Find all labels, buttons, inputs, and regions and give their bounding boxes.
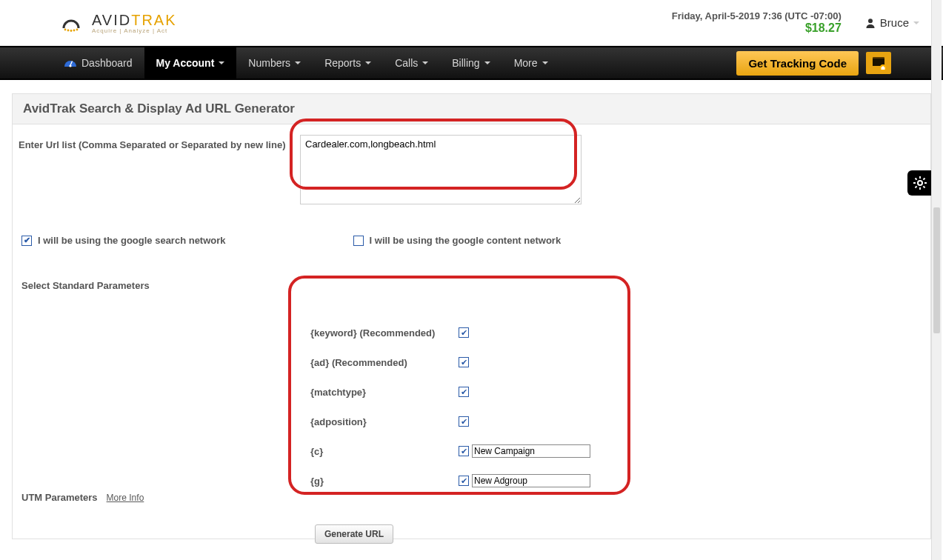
param-matchtype-checkbox[interactable]: ✔ — [459, 387, 469, 397]
get-tracking-code-button[interactable]: Get Tracking Code — [736, 51, 859, 76]
param-ad-label: {ad} (Recommended) — [310, 357, 459, 368]
chevron-down-icon — [219, 61, 224, 64]
app-header: AVIDTRAK Acquire | Analyze | Act Friday,… — [0, 0, 943, 46]
svg-point-2 — [70, 30, 73, 32]
param-c-checkbox[interactable]: ✔ — [459, 446, 469, 456]
page-title: AvidTrak Search & Display Ad URL Generat… — [12, 93, 931, 124]
brand-logo[interactable]: AVIDTRAK Acquire | Analyze | Act — [18, 12, 177, 34]
google-search-label: I will be using the google search networ… — [38, 235, 226, 246]
svg-point-0 — [64, 28, 67, 30]
url-list-input[interactable] — [300, 135, 582, 204]
svg-point-11 — [918, 181, 922, 185]
page-content: AvidTrak Search & Display Ad URL Generat… — [0, 80, 943, 539]
svg-point-4 — [76, 28, 79, 30]
param-g-label: {g} — [310, 476, 459, 487]
svg-line-19 — [923, 179, 924, 180]
nav-numbers[interactable]: Numbers — [236, 47, 313, 79]
home-icon — [870, 56, 887, 70]
svg-point-5 — [868, 19, 873, 23]
google-search-checkbox[interactable]: ✔ I will be using the google search netw… — [21, 235, 226, 246]
checkbox-icon: ✔ — [21, 236, 32, 246]
header-date: Friday, April-5-2019 7:36 (UTC -07:00) — [672, 10, 842, 21]
checkbox-icon — [353, 236, 364, 246]
nav-dashboard[interactable]: Dashboard — [52, 47, 144, 79]
nav-reports[interactable]: Reports — [313, 47, 383, 79]
chevron-down-icon — [422, 61, 428, 64]
svg-point-1 — [67, 29, 70, 31]
utm-more-info-link[interactable]: More Info — [107, 493, 144, 503]
gear-icon — [913, 176, 927, 190]
chevron-down-icon — [295, 61, 301, 64]
param-matchtype-label: {matchtype} — [310, 387, 459, 398]
page-scrollbar[interactable] — [931, 0, 942, 560]
svg-point-3 — [73, 29, 76, 31]
nav-more[interactable]: More — [502, 47, 560, 79]
home-icon-button[interactable] — [866, 52, 891, 74]
url-list-label: Enter Url list (Comma Separated or Separ… — [19, 135, 300, 150]
utm-params-label: UTM Parameters — [21, 492, 98, 503]
google-content-checkbox[interactable]: I will be using the google content netwo… — [353, 235, 562, 246]
svg-line-16 — [916, 179, 917, 180]
header-status: Friday, April-5-2019 7:36 (UTC -07:00) $… — [672, 10, 842, 35]
param-c-input[interactable] — [472, 444, 590, 458]
user-icon — [865, 18, 876, 28]
chevron-down-icon — [542, 61, 548, 64]
dashboard-icon — [64, 58, 77, 68]
param-c-label: {c} — [310, 446, 459, 457]
svg-line-18 — [916, 186, 917, 187]
svg-line-17 — [923, 186, 924, 187]
param-keyword-checkbox[interactable]: ✔ — [459, 327, 469, 338]
param-adposition-label: {adposition} — [310, 416, 459, 427]
user-menu[interactable]: Bruce — [859, 13, 925, 32]
chevron-down-icon — [913, 21, 919, 24]
header-balance: $18.27 — [672, 21, 842, 35]
nav-my-account[interactable]: My Account — [144, 47, 237, 79]
generate-url-button[interactable]: Generate URL — [315, 524, 393, 544]
params-grid: {keyword} (Recommended) ✔ {ad} (Recommen… — [19, 291, 924, 510]
google-content-label: I will be using the google content netwo… — [370, 235, 562, 246]
param-ad-checkbox[interactable]: ✔ — [459, 357, 469, 367]
logo-mark-icon — [59, 12, 89, 34]
nav-calls[interactable]: Calls — [383, 47, 440, 79]
form-panel: Enter Url list (Comma Separated or Separ… — [12, 124, 931, 539]
param-g-input[interactable] — [472, 474, 590, 487]
param-g-checkbox[interactable]: ✔ — [459, 476, 469, 486]
chevron-down-icon — [484, 61, 490, 64]
settings-tab-button[interactable] — [907, 170, 933, 196]
param-adposition-checkbox[interactable]: ✔ — [459, 416, 469, 427]
user-name: Bruce — [880, 16, 909, 29]
param-keyword-label: {keyword} (Recommended) — [310, 327, 459, 339]
chevron-down-icon — [365, 61, 371, 64]
scrollbar-thumb[interactable] — [933, 207, 940, 333]
standard-params-label: Select Standard Parameters — [19, 252, 924, 291]
nav-billing[interactable]: Billing — [440, 47, 502, 79]
logo-text: AVIDTRAK Acquire | Analyze | Act — [92, 12, 177, 34]
main-nav: Dashboard My Account Numbers Reports Cal… — [0, 46, 943, 80]
